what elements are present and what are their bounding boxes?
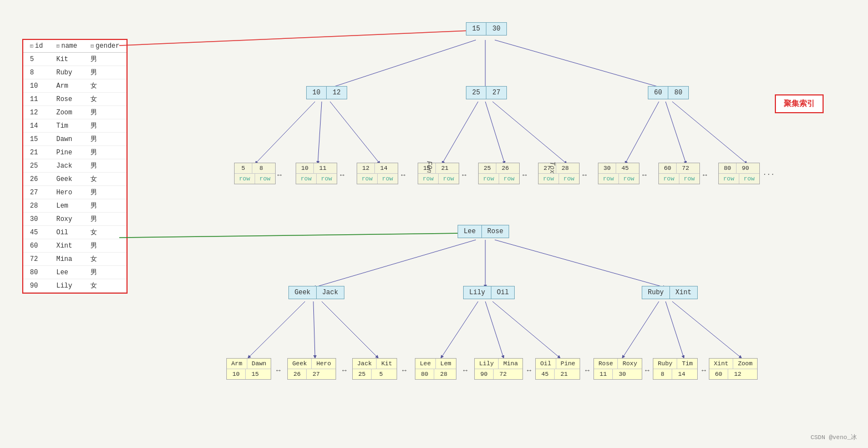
- nl8-v1: 8: [653, 369, 672, 379]
- cell-name: Lily: [49, 279, 84, 293]
- nl2-v1: 26: [288, 369, 307, 379]
- id-leaf6-v1: row: [539, 174, 559, 184]
- id-leaf4-v2: row: [439, 174, 459, 184]
- cell-name: Rose: [49, 93, 84, 106]
- id-leaf1-v2: row: [255, 174, 275, 184]
- nl7-k1: Rose: [594, 359, 618, 369]
- cell-id: 90: [23, 279, 49, 293]
- name-leaf-link-8-9: ↔: [702, 366, 706, 375]
- cell-id: 10: [23, 79, 49, 93]
- watermark: CSDN @veno_冰: [810, 433, 857, 441]
- table-row: 8Ruby男: [23, 66, 126, 79]
- id-leaf5-k1: 25: [479, 163, 496, 173]
- id-leaf4-k2: 21: [436, 163, 454, 173]
- svg-line-5: [255, 102, 315, 164]
- name-leaf7: Rose Roxy 11 30: [593, 358, 642, 380]
- nl6-k2: Pine: [556, 359, 580, 369]
- table-row: 12Zoom男: [23, 106, 126, 119]
- svg-line-25: [672, 301, 742, 358]
- id-leaf1-k2: 8: [252, 163, 270, 173]
- svg-line-23: [622, 301, 659, 358]
- fon-label: FOn: [425, 161, 433, 173]
- name-leaf-link-6-7: ↔: [585, 366, 590, 375]
- svg-line-17: [248, 301, 305, 358]
- nl6-v1: 45: [536, 369, 555, 379]
- svg-line-24: [666, 301, 684, 358]
- data-table: ⊞id ⊞name ⊞gender 5Kit男8Ruby男10Arm女11Ros…: [22, 39, 128, 296]
- cell-id: 26: [23, 173, 49, 186]
- id-leaf1-v1: row: [235, 174, 255, 184]
- cell-gender: 女: [84, 93, 126, 106]
- id-leaf2-k1: 10: [296, 163, 314, 173]
- cell-name: Oil: [49, 226, 84, 239]
- id-leaf3-k1: 12: [357, 163, 375, 173]
- name-l1-n2-k2: Oil: [491, 286, 515, 299]
- leaf-end-dots: ···: [763, 171, 775, 179]
- leaf-link-5-6: ↔: [522, 171, 527, 179]
- cell-gender: 女: [84, 79, 126, 93]
- table-row: 10Arm女: [23, 79, 126, 93]
- nl7-v2: 30: [613, 369, 632, 379]
- cell-name: Jack: [49, 159, 84, 173]
- nl7-k2: Roxy: [618, 359, 641, 369]
- id-leaf3-k2: 14: [375, 163, 393, 173]
- id-l1-n3-k1: 60: [648, 87, 668, 99]
- table-row: 25Jack男: [23, 159, 126, 173]
- nl9-v2: 12: [728, 369, 747, 379]
- cell-gender: 女: [84, 226, 126, 239]
- svg-line-10: [493, 102, 567, 164]
- name-root-k1: Lee: [458, 225, 482, 238]
- name-leaf8: Ruby Tim 8 14: [653, 358, 698, 380]
- nl8-k2: Tim: [677, 359, 697, 369]
- id-leaf8-k1: 60: [659, 163, 677, 173]
- nl2-k1: Geek: [288, 359, 312, 369]
- cell-gender: 男: [84, 66, 126, 79]
- id-leaf5-v1: row: [479, 174, 499, 184]
- svg-line-13: [672, 102, 747, 164]
- id-leaf3-v1: row: [357, 174, 378, 184]
- legend-box: 聚集索引: [775, 94, 824, 113]
- table-row: 60Xint男: [23, 239, 126, 253]
- cell-gender: 男: [84, 146, 126, 159]
- svg-line-4: [495, 40, 666, 89]
- id-leaf8-v2: row: [679, 174, 699, 184]
- svg-line-22: [493, 301, 560, 358]
- name-leaf-link-2-3: ↔: [342, 366, 347, 375]
- svg-line-20: [441, 301, 478, 358]
- id-leaf5-v2: row: [499, 174, 519, 184]
- table-row: 72Mina女: [23, 253, 126, 266]
- nl6-v2: 21: [555, 369, 573, 379]
- id-leaf9-k1: 80: [719, 163, 737, 173]
- name-leaf-link-3-4: ↔: [402, 366, 407, 375]
- id-leaf2-k2: 11: [314, 163, 332, 173]
- svg-line-21: [485, 301, 504, 358]
- nl8-k1: Ruby: [653, 359, 677, 369]
- cell-name: Tim: [49, 119, 84, 133]
- name-l1-n3-k2: Xint: [670, 286, 697, 299]
- nl3-v1: 25: [353, 369, 372, 379]
- cell-name: Lee: [49, 266, 84, 279]
- id-leaf2-v2: row: [317, 174, 337, 184]
- cell-id: 11: [23, 93, 49, 106]
- cell-id: 21: [23, 146, 49, 159]
- nl3-k2: Kit: [377, 359, 397, 369]
- table-row: 80Lee男: [23, 266, 126, 279]
- id-leaf8: 60 72 row row: [658, 163, 700, 184]
- id-leaf3: 12 14 row row: [357, 163, 398, 184]
- name-l1-node3: Ruby Xint: [642, 286, 698, 299]
- name-leaf-link-1-2: ↔: [276, 366, 281, 375]
- id-leaf6: 27 28 row row: [538, 163, 580, 184]
- cell-gender: 女: [84, 253, 126, 266]
- cell-id: 5: [23, 53, 49, 66]
- name-leaf3: Jack Kit 25 5: [352, 358, 397, 380]
- cell-gender: 男: [84, 133, 126, 146]
- nl4-v2: 28: [434, 369, 453, 379]
- nl9-k1: Xint: [709, 359, 733, 369]
- cell-name: Ruby: [49, 66, 84, 79]
- leaf-link-3-4: ↔: [401, 171, 405, 179]
- cell-id: 25: [23, 159, 49, 173]
- id-leaf7-k2: 45: [616, 163, 634, 173]
- id-l1-n2-k2: 27: [486, 87, 506, 99]
- cell-name: Hero: [49, 186, 84, 199]
- col-id: ⊞id: [23, 40, 49, 53]
